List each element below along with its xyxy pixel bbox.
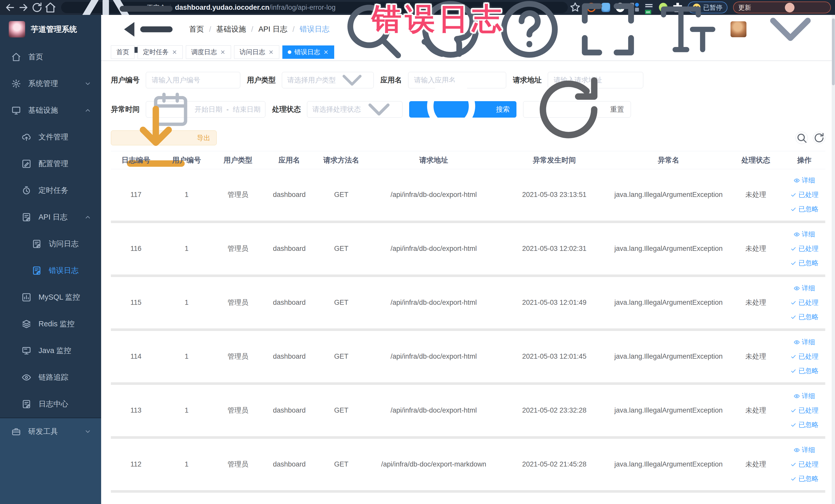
chevron-down-icon <box>361 92 397 127</box>
sidebar-item-首页[interactable]: 首页 <box>0 44 101 70</box>
action-详细[interactable]: 详细 <box>794 391 815 401</box>
user-type-select[interactable]: 请选择用户类型 <box>282 72 374 88</box>
sidebar-item-定时任务[interactable]: 定时任务 <box>0 177 101 204</box>
sidebar-item-Java 监控[interactable]: Java 监控 <box>0 337 101 364</box>
breadcrumb-item[interactable]: API 日志 <box>259 24 287 35</box>
sidebar-item-Redis 监控[interactable]: Redis 监控 <box>0 311 101 337</box>
action-label: 详细 <box>802 283 815 293</box>
toggle-search-button[interactable] <box>795 132 808 144</box>
tab-label: 调度日志 <box>191 48 217 56</box>
sidebar-item-访问日志[interactable]: 访问日志 <box>0 230 101 257</box>
cell-user_id: 1 <box>161 190 212 200</box>
cell-id: 112 <box>111 459 161 469</box>
cell-url: /api/infra/db-doc/export-markdown <box>368 459 500 469</box>
sidebar-item-基础设施[interactable]: 基础设施 <box>0 97 101 124</box>
cell-url: /api/infra/db-doc/export-html <box>368 298 500 308</box>
action-已忽略[interactable]: 已忽略 <box>790 258 819 268</box>
user-id-input[interactable] <box>146 72 240 88</box>
tab-访问日志[interactable]: 访问日志 <box>234 45 279 59</box>
action-label: 已忽略 <box>798 204 819 214</box>
check-icon <box>790 422 796 428</box>
cell-actions: 详细已处理已忽略 <box>783 391 825 429</box>
action-已忽略[interactable]: 已忽略 <box>790 204 819 214</box>
breadcrumb-separator: / <box>251 25 253 34</box>
column-header-应用名: 应用名 <box>264 155 315 165</box>
column-header-请求方法名: 请求方法名 <box>315 155 368 165</box>
action-详细[interactable]: 详细 <box>794 229 815 239</box>
browser-home-icon[interactable] <box>44 1 56 14</box>
export-button[interactable]: 导出 <box>111 130 217 145</box>
cell-method: GET <box>315 459 368 469</box>
forward-icon[interactable] <box>18 1 29 14</box>
eye-icon <box>794 393 800 399</box>
close-icon[interactable] <box>323 49 329 55</box>
sidebar-menu-dark-section: 首页系统管理基础设施文件管理配置管理定时任务API 日志访问日志错误日志MySQ… <box>0 44 101 418</box>
process-status-select[interactable]: 请选择处理状态 <box>307 101 403 118</box>
cell-user_id: 1 <box>161 459 212 469</box>
scrollbar-thumb[interactable] <box>832 19 835 85</box>
action-已忽略[interactable]: 已忽略 <box>790 474 819 484</box>
cell-app_name: dashboard <box>264 190 315 200</box>
action-label: 已忽略 <box>798 420 819 430</box>
sidebar-item-配置管理[interactable]: 配置管理 <box>0 150 101 177</box>
table-header: 日志编号用户编号用户类型应用名请求方法名请求地址异常发生时间异常名处理状态操作 <box>111 151 825 169</box>
reset-button[interactable]: 重置 <box>523 101 631 118</box>
refresh-table-button[interactable] <box>813 132 825 144</box>
action-详细[interactable]: 详细 <box>794 445 815 455</box>
cell-exception: java.lang.IllegalArgumentException <box>609 244 728 254</box>
tab-定时任务[interactable]: 定时任务 <box>138 45 183 59</box>
sidebar-item-系统管理[interactable]: 系统管理 <box>0 70 101 97</box>
sidebar-item-文件管理[interactable]: 文件管理 <box>0 124 101 150</box>
close-icon[interactable] <box>172 49 177 55</box>
close-icon[interactable] <box>220 49 226 55</box>
page-scrollbar[interactable] <box>832 15 835 504</box>
sidebar-item-label: 链路追踪 <box>39 372 68 383</box>
sidebar-item-链路追踪[interactable]: 链路追踪 <box>0 364 101 391</box>
action-详细[interactable]: 详细 <box>794 337 815 347</box>
breadcrumb-item[interactable]: 首页 <box>189 24 204 35</box>
row-separator <box>111 275 825 277</box>
action-已忽略[interactable]: 已忽略 <box>790 420 819 430</box>
cell-user_type: 管理员 <box>212 244 264 254</box>
sidebar-item-研发工具[interactable]: 研发工具 <box>0 418 101 445</box>
action-已处理[interactable]: 已处理 <box>790 298 819 308</box>
sidebar-item-label: 错误日志 <box>49 265 79 276</box>
check-icon <box>790 300 796 306</box>
cell-method: GET <box>315 405 368 416</box>
sidebar-logo[interactable]: 芋道管理系统 <box>0 15 101 44</box>
action-已处理[interactable]: 已处理 <box>790 460 819 469</box>
filter-user-id: 用户编号 <box>111 72 240 88</box>
sidebar-item-label: 系统管理 <box>28 79 58 89</box>
doc-icon <box>22 212 31 222</box>
chevron-down-icon <box>84 80 91 87</box>
cloud-icon <box>22 132 31 142</box>
sidebar-item-错误日志[interactable]: 错误日志 <box>0 257 101 284</box>
sidebar-item-API 日志[interactable]: API 日志 <box>0 204 101 230</box>
action-已忽略[interactable]: 已忽略 <box>790 312 819 322</box>
eye-icon <box>794 447 800 453</box>
eye-icon <box>794 285 800 291</box>
reload-icon[interactable] <box>31 1 43 14</box>
action-已处理[interactable]: 已处理 <box>790 406 819 416</box>
back-icon[interactable] <box>4 1 16 14</box>
breadcrumb-item[interactable]: 错误日志 <box>300 24 330 35</box>
sidebar-item-日志中心[interactable]: 日志中心 <box>0 391 101 418</box>
action-详细[interactable]: 详细 <box>794 176 815 185</box>
action-已处理[interactable]: 已处理 <box>790 190 819 200</box>
sidebar-item-MySQL 监控[interactable]: MySQL 监控 <box>0 284 101 311</box>
tab-首页[interactable]: 首页 <box>111 45 135 59</box>
action-详细[interactable]: 详细 <box>794 283 815 293</box>
action-已处理[interactable]: 已处理 <box>790 244 819 254</box>
action-已处理[interactable]: 已处理 <box>790 352 819 362</box>
tab-调度日志[interactable]: 调度日志 <box>186 45 231 59</box>
action-已忽略[interactable]: 已忽略 <box>790 366 819 376</box>
avatar[interactable] <box>731 21 747 37</box>
tab-错误日志[interactable]: 错误日志 <box>282 45 334 59</box>
active-dot <box>288 50 291 54</box>
search-button[interactable]: 搜索 <box>409 101 516 118</box>
close-icon[interactable] <box>268 49 274 55</box>
breadcrumb-item[interactable]: 基础设施 <box>217 24 246 35</box>
check-icon <box>790 260 796 266</box>
arrow-left-icon <box>4 2 16 13</box>
page-content: 用户编号 用户类型 请选择用户类型 应用名 请求地址 <box>101 61 835 504</box>
